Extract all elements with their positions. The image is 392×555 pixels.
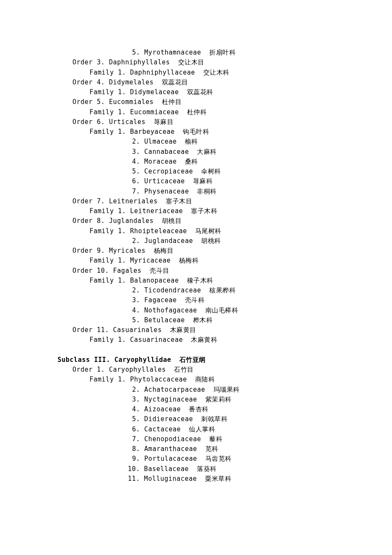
taxonomy-line: 5. Betulaceae 桦木科 (0, 315, 392, 325)
taxonomy-line: Order 4. Didymelales 双蕊花目 (0, 78, 392, 87)
taxonomy-line: 5. Myrothamnaceae 折扇叶科 (0, 48, 392, 58)
taxonomy-line: Order 11. Casuarinales 木麻黄目 (0, 325, 392, 335)
taxonomy-line: Order 7. Leitneriales 塞子木目 (0, 197, 392, 206)
taxonomy-line: Order 10. Fagales 壳斗目 (0, 266, 392, 276)
taxonomy-line: 3. Cannabaceae 大麻科 (0, 147, 392, 157)
taxonomy-line: 10. Basellaceae 落葵科 (0, 464, 392, 474)
taxonomy-line: 11. Molluginaceae 粟米草科 (0, 474, 392, 484)
taxonomy-line: Order 3. Daphniphyllales 交让木目 (0, 58, 392, 67)
taxonomy-line: 2. Juglandaceae 胡桃科 (0, 236, 392, 246)
taxonomy-line: Subclass III. Caryophyllidae 石竹亚纲 (0, 355, 392, 365)
taxonomy-line: 4. Aizoaceae 番杏科 (0, 405, 392, 414)
taxonomy-line: 4. Nothofagaceae 南山毛榉科 (0, 306, 392, 315)
taxonomy-line: Order 8. Juglandales 胡桃目 (0, 216, 392, 226)
taxonomy-line: 6. Urticaceae 荨麻科 (0, 176, 392, 186)
taxonomy-line: Family 1. Rhoipteleaceae 马尾树科 (0, 226, 392, 236)
taxonomy-line: Family 1. Leitneriaceae 塞子木科 (0, 206, 392, 216)
taxonomy-line: Order 5. Eucommiales 杜仲目 (0, 97, 392, 107)
taxonomy-line: 3. Fagaceae 壳斗科 (0, 295, 392, 305)
taxonomy-line: Family 1. Casuarinaceae 木麻黄科 (0, 335, 392, 345)
taxonomy-line: Family 1. Myricaceae 杨梅科 (0, 256, 392, 266)
taxonomy-line: 8. Amaranthaceae 苋科 (0, 444, 392, 454)
taxonomy-line: 2. Ulmaceae 榆科 (0, 137, 392, 147)
taxonomy-line: 2. Ticodendraceae 核果桦科 (0, 286, 392, 295)
taxonomy-line: Order 6. Urticales 荨麻目 (0, 117, 392, 127)
taxonomy-line: 6. Cactaceae 仙人掌科 (0, 425, 392, 434)
taxonomy-list: 5. Myrothamnaceae 折扇叶科Order 3. Daphniphy… (0, 48, 392, 484)
document-page: 5. Myrothamnaceae 折扇叶科Order 3. Daphniphy… (0, 0, 392, 484)
taxonomy-line: Family 1. Daphniphyllaceae 交让木科 (0, 68, 392, 78)
taxonomy-line: Family 1. Eucommiaceae 杜仲科 (0, 107, 392, 117)
taxonomy-line: 3. Nyctaginaceae 紫茉莉科 (0, 395, 392, 405)
taxonomy-line: Order 9. Myricales 杨梅目 (0, 246, 392, 256)
taxonomy-line: Family 1. Barbeyaceae 钩毛叶科 (0, 127, 392, 137)
taxonomy-line: Family 1. Didymelaceae 双蕊花科 (0, 87, 392, 97)
taxonomy-line: 9. Portulacaceae 马齿苋科 (0, 454, 392, 464)
taxonomy-line: 7. Physenaceae 非桐科 (0, 187, 392, 197)
taxonomy-line: 7. Chenopodiaceae 藜科 (0, 434, 392, 444)
taxonomy-line: 5. Cecropiaceae 伞树科 (0, 167, 392, 176)
taxonomy-line: Family 1. Phytolaccaceae 商陆科 (0, 375, 392, 384)
taxonomy-line: 2. Achatocarpaceae 玛瑙果科 (0, 385, 392, 395)
taxonomy-line: 5. Didiereaceae 刺戟草科 (0, 414, 392, 424)
taxonomy-line: Order 1. Caryophyllales 石竹目 (0, 365, 392, 375)
taxonomy-line: 4. Moraceae 桑科 (0, 157, 392, 167)
taxonomy-line: Family 1. Balanopaceae 橡子木科 (0, 276, 392, 286)
taxonomy-line (0, 345, 392, 355)
